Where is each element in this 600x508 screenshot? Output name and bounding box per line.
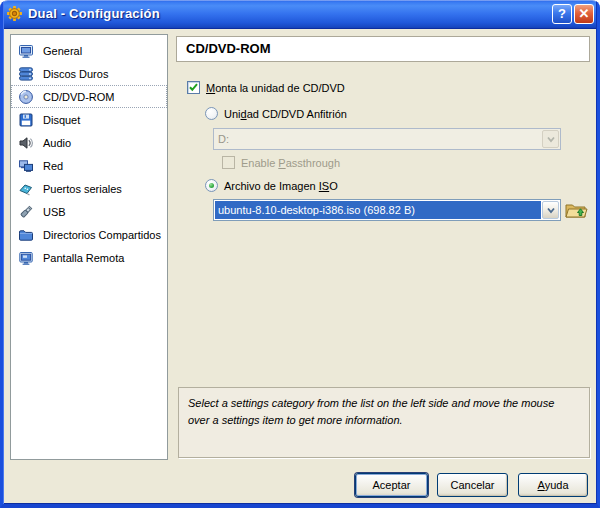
- checkbox-checked-icon: [187, 81, 200, 94]
- sidebar-item-red[interactable]: Red: [11, 154, 167, 177]
- cd-dvd-icon: [18, 89, 34, 105]
- host-drive-select: D:: [213, 128, 561, 150]
- open-folder-icon: [564, 199, 588, 221]
- help-titlebar-button[interactable]: ?: [552, 4, 572, 24]
- browse-iso-button[interactable]: [564, 199, 588, 221]
- host-cd-dvd-radio[interactable]: Unidad CD/DVD Anfitrión: [205, 107, 347, 120]
- checkbox-unchecked-icon: [222, 156, 235, 169]
- passthrough-checkbox: Enable Passthrough: [222, 156, 340, 169]
- serial-port-icon: [18, 181, 34, 197]
- mount-cd-dvd-label: Monta la unidad de CD/DVD: [206, 82, 345, 94]
- passthrough-label: Enable Passthrough: [241, 157, 340, 169]
- sidebar-item-label: Audio: [43, 137, 71, 149]
- iso-file-value: ubuntu-8.10-desktop-i386.iso (698.82 B): [215, 201, 541, 219]
- sidebar-item-label: USB: [43, 206, 66, 218]
- settings-gear-icon: [6, 5, 23, 22]
- sidebar-item-cd-dvd-rom[interactable]: CD/DVD-ROM: [11, 85, 167, 108]
- chevron-down-icon: [542, 130, 559, 148]
- sidebar-item-label: Red: [43, 160, 63, 172]
- sidebar-item-usb[interactable]: USB: [11, 200, 167, 223]
- sidebar-item-disquet[interactable]: Disquet: [11, 108, 167, 131]
- settings-dialog-window: Dual - Configuración ? ✕ GeneralDiscos D…: [0, 0, 600, 508]
- sidebar-item-label: Pantalla Remota: [43, 252, 124, 264]
- sidebar-item-label: CD/DVD-ROM: [43, 91, 115, 103]
- host-drive-value: D:: [215, 130, 541, 148]
- sidebar-item-directorios-compartidos[interactable]: Directorios Compartidos: [11, 223, 167, 246]
- audio-icon: [18, 135, 34, 151]
- mount-cd-dvd-checkbox[interactable]: Monta la unidad de CD/DVD: [187, 81, 345, 94]
- window-title: Dual - Configuración: [28, 6, 550, 21]
- general-icon: [18, 43, 34, 59]
- iso-image-label: Archivo de Imagen ISO: [224, 180, 338, 192]
- hard-disks-icon: [18, 66, 34, 82]
- cancel-button[interactable]: Cancelar: [437, 473, 508, 497]
- accept-button[interactable]: Aceptar: [355, 473, 428, 497]
- sidebar-item-label: General: [43, 45, 82, 57]
- sidebar-item-label: Directorios Compartidos: [43, 229, 161, 241]
- page-title: CD/DVD-ROM: [176, 36, 590, 62]
- network-icon: [18, 158, 34, 174]
- chevron-down-icon[interactable]: [542, 201, 559, 219]
- sidebar-item-label: Puertos seriales: [43, 183, 122, 195]
- sidebar-item-audio[interactable]: Audio: [11, 131, 167, 154]
- shared-folder-icon: [18, 227, 34, 243]
- remote-display-icon: [18, 250, 34, 266]
- title-bar: Dual - Configuración ? ✕: [0, 0, 600, 29]
- sidebar-item-label: Disquet: [43, 114, 80, 126]
- sidebar-item-label: Discos Duros: [43, 68, 108, 80]
- sidebar-item-general[interactable]: General: [11, 39, 167, 62]
- usb-icon: [18, 204, 34, 220]
- help-button[interactable]: Ayuda: [518, 473, 588, 497]
- sidebar-item-pantalla-remota[interactable]: Pantalla Remota: [11, 246, 167, 269]
- host-cd-dvd-label: Unidad CD/DVD Anfitrión: [224, 108, 347, 120]
- info-text: Select a settings category from the list…: [188, 397, 554, 426]
- info-box: Select a settings category from the list…: [178, 387, 590, 458]
- settings-category-list: GeneralDiscos DurosCD/DVD-ROMDisquetAudi…: [10, 34, 168, 460]
- floppy-icon: [18, 112, 34, 128]
- close-button[interactable]: ✕: [574, 4, 594, 24]
- iso-image-radio[interactable]: Archivo de Imagen ISO: [205, 179, 338, 192]
- radio-unselected-icon: [205, 107, 218, 120]
- sidebar-item-discos-duros[interactable]: Discos Duros: [11, 62, 167, 85]
- iso-file-select[interactable]: ubuntu-8.10-desktop-i386.iso (698.82 B): [213, 199, 561, 221]
- radio-selected-icon: [205, 179, 218, 192]
- sidebar-item-puertos-seriales[interactable]: Puertos seriales: [11, 177, 167, 200]
